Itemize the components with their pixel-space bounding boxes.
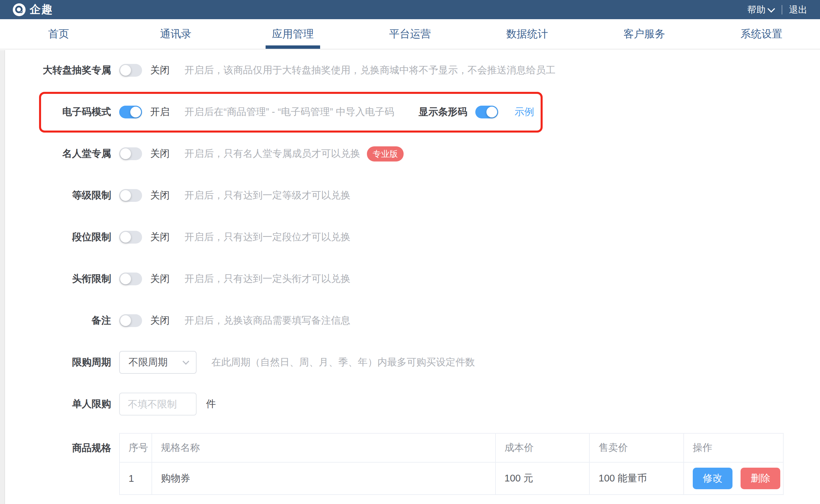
- example-link[interactable]: 示例: [514, 105, 534, 119]
- toggle-knob: [120, 315, 131, 326]
- rank-limit-toggle[interactable]: [119, 231, 142, 244]
- row-per-person-limit: 单人限购 件: [0, 383, 820, 425]
- app-page: 企趣 帮助 退出 首页 通讯录 应用管理 平台运营 数据统计 客户服务 系统设置…: [0, 0, 820, 504]
- toggle-knob: [120, 190, 131, 201]
- title-limit-toggle[interactable]: [119, 273, 142, 285]
- toggle-knob: [486, 107, 497, 117]
- row-label: 段位限制: [0, 230, 111, 244]
- row-title-limit: 头衔限制 关闭 开启后，只有达到一定头衔才可以兑换: [0, 258, 820, 300]
- row-label: 单人限购: [0, 397, 111, 411]
- level-limit-toggle[interactable]: [119, 189, 142, 202]
- toggle-state: 开启: [150, 105, 170, 119]
- row-description: 开启后，只有达到一定等级才可以兑换: [184, 189, 350, 202]
- row-electronic-code-mode: 电子码模式 开启 开启后在“商品管理” - “电子码管理” 中导入电子码 显示条…: [0, 91, 820, 133]
- brand-name: 企趣: [30, 2, 53, 17]
- product-settings-form: 大转盘抽奖专属 关闭 开启后，该商品仅用于大转盘抽奖使用，兑换商城中将不予显示，…: [0, 49, 820, 495]
- row-label: 电子码模式: [0, 105, 111, 119]
- brand: 企趣: [13, 2, 53, 17]
- row-label: 限购周期: [0, 356, 111, 369]
- row-label: 头衔限制: [0, 272, 111, 286]
- toggle-state: 关闭: [150, 147, 170, 160]
- app-header: 企趣 帮助 退出: [0, 0, 820, 19]
- barcode-display-toggle[interactable]: [475, 106, 498, 118]
- row-label: 等级限制: [0, 189, 111, 202]
- tab-customer-service[interactable]: 客户服务: [586, 19, 703, 49]
- toggle-knob: [120, 232, 131, 243]
- toggle-state: 关闭: [150, 272, 170, 286]
- unit-label: 件: [206, 397, 216, 411]
- lottery-exclusive-toggle[interactable]: [119, 64, 142, 77]
- pro-version-badge: 专业版: [367, 146, 404, 161]
- cell-actions: 修改 删除: [684, 462, 783, 495]
- cell-name: 购物券: [152, 462, 496, 495]
- help-menu[interactable]: 帮助: [747, 4, 775, 16]
- cell-cost: 100 元: [496, 462, 590, 495]
- chevron-down-icon: [182, 358, 189, 365]
- header-actions: 帮助 退出: [747, 4, 807, 16]
- row-label: 名人堂专属: [0, 147, 111, 160]
- brand-logo-icon: [13, 3, 26, 16]
- logout-button[interactable]: 退出: [789, 4, 807, 16]
- row-hall-of-fame-exclusive: 名人堂专属 关闭 开启后，只有名人堂专属成员才可以兑换 专业版: [0, 133, 820, 175]
- row-description: 开启后，只有名人堂专属成员才可以兑换: [184, 147, 360, 160]
- main-nav: 首页 通讯录 应用管理 平台运营 数据统计 客户服务 系统设置: [0, 19, 820, 49]
- row-label: 商品规格: [0, 433, 111, 463]
- help-label: 帮助: [747, 4, 765, 16]
- period-select[interactable]: 不限周期: [119, 351, 197, 374]
- tab-home[interactable]: 首页: [0, 19, 117, 49]
- row-rank-limit: 段位限制 关闭 开启后，只有达到一定段位才可以兑换: [0, 216, 820, 258]
- row-description: 开启后，兑换该商品需要填写备注信息: [184, 314, 350, 327]
- per-person-limit-input[interactable]: [119, 393, 197, 416]
- toggle-state: 关闭: [150, 314, 170, 327]
- row-description: 开启后，只有达到一定头衔才可以兑换: [184, 272, 350, 286]
- col-header-cost: 成本价: [496, 433, 590, 462]
- row-level-limit: 等级限制 关闭 开启后，只有达到一定等级才可以兑换: [0, 175, 820, 216]
- cell-no: 1: [119, 462, 152, 495]
- electronic-code-toggle[interactable]: [119, 106, 142, 118]
- toggle-knob: [130, 107, 141, 117]
- hall-of-fame-toggle[interactable]: [119, 147, 142, 160]
- table-row: 1 购物券 100 元 100 能量币 修改 删除: [119, 462, 783, 495]
- barcode-display-label: 显示条形码: [418, 105, 467, 119]
- tab-app-management[interactable]: 应用管理: [234, 19, 351, 49]
- remark-toggle[interactable]: [119, 314, 142, 327]
- col-header-no: 序号: [119, 433, 152, 462]
- row-description: 开启后，该商品仅用于大转盘抽奖使用，兑换商城中将不予显示，不会推送消息给员工: [184, 64, 555, 77]
- col-header-name: 规格名称: [152, 433, 496, 462]
- chevron-down-icon: [767, 5, 775, 12]
- row-lottery-exclusive: 大转盘抽奖专属 关闭 开启后，该商品仅用于大转盘抽奖使用，兑换商城中将不予显示，…: [0, 49, 820, 91]
- toggle-knob: [120, 65, 131, 76]
- delete-button[interactable]: 删除: [741, 468, 780, 489]
- row-label: 大转盘抽奖专属: [0, 64, 111, 77]
- toggle-state: 关闭: [150, 64, 170, 77]
- tab-system-settings[interactable]: 系统设置: [703, 19, 820, 49]
- spec-table-header-row: 序号 规格名称 成本价 售卖价 操作: [119, 433, 783, 462]
- row-product-spec: 商品规格 序号 规格名称 成本价 售卖价 操作 1 购物券 100 元: [0, 433, 820, 495]
- cell-price: 100 能量币: [589, 462, 684, 495]
- toggle-state: 关闭: [150, 189, 170, 202]
- row-description: 在此周期（自然日、周、月、季、年）内最多可购买设定件数: [211, 356, 475, 369]
- row-remark: 备注 关闭 开启后，兑换该商品需要填写备注信息: [0, 300, 820, 341]
- edit-button[interactable]: 修改: [693, 468, 732, 489]
- row-label: 备注: [0, 314, 111, 327]
- row-description: 开启后，只有达到一定段位才可以兑换: [184, 230, 350, 244]
- row-description: 开启后在“商品管理” - “电子码管理” 中导入电子码: [184, 105, 394, 119]
- toggle-state: 关闭: [150, 230, 170, 244]
- toggle-knob: [120, 274, 131, 284]
- tab-data-statistics[interactable]: 数据统计: [469, 19, 586, 49]
- header-divider: [782, 5, 782, 14]
- period-select-value: 不限周期: [129, 356, 168, 369]
- col-header-ops: 操作: [684, 433, 783, 462]
- tab-contacts[interactable]: 通讯录: [117, 19, 234, 49]
- toggle-knob: [120, 148, 131, 159]
- tab-platform-operation[interactable]: 平台运营: [351, 19, 469, 49]
- spec-table: 序号 规格名称 成本价 售卖价 操作 1 购物券 100 元 100 能量币: [119, 433, 784, 495]
- col-header-price: 售卖价: [589, 433, 684, 462]
- row-purchase-period: 限购周期 不限周期 在此周期（自然日、周、月、季、年）内最多可购买设定件数: [0, 341, 820, 383]
